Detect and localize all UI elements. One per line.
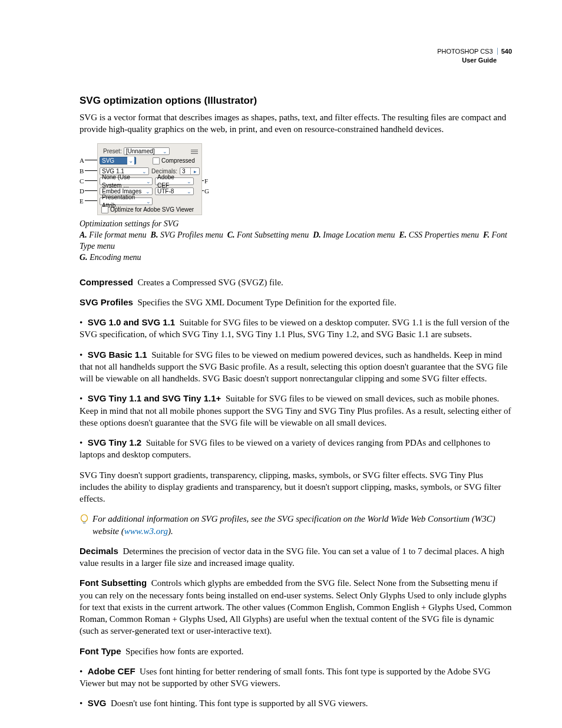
w3c-link[interactable]: www.w3.org — [124, 526, 168, 536]
callout-d: D — [80, 187, 84, 196]
file-format-dropdown[interactable]: SVG⌄ — [100, 157, 136, 164]
stepper-icon: ▸ — [190, 168, 199, 175]
preset-dropdown[interactable]: [Unnamed]⌄ — [124, 147, 170, 155]
callout-a: A — [80, 156, 84, 165]
chevron-down-icon: ⌄ — [186, 178, 192, 185]
font-type-svg: • SVG Doesn't use font hinting. This fon… — [80, 697, 512, 709]
profile-svg10-11: • SVG 1.0 and SVG 1.1 Suitable for SVG f… — [80, 317, 512, 341]
font-subsetting-dropdown[interactable]: None (Use System …⌄ — [100, 177, 153, 185]
svg-point-0 — [81, 515, 88, 522]
chevron-down-icon: ⌄ — [127, 157, 134, 165]
preset-label: Preset: — [103, 147, 122, 156]
checkbox-icon — [153, 157, 160, 164]
def-font-subsetting: Font Subsetting Controls which glyphs ar… — [80, 577, 512, 637]
svg-options-figure: A B C D E F G Preset: [Unnamed]⌄ SVG⌄ — [80, 143, 209, 216]
panel-menu-icon[interactable] — [191, 149, 198, 154]
def-decimals: Decimals Determines the precision of vec… — [80, 545, 512, 569]
page-header: PHOTOSHOP CS3 540 User Guide — [80, 47, 512, 65]
font-type-dropdown[interactable]: Adobe CEF⌄ — [155, 177, 194, 185]
lightbulb-icon — [80, 514, 92, 529]
compressed-checkbox[interactable]: Compressed — [153, 157, 195, 165]
svg-tiny-note: SVG Tiny doesn't support gradients, tran… — [80, 469, 512, 505]
callout-g: G — [204, 187, 209, 196]
doc-title: User Guide — [80, 56, 512, 65]
chevron-down-icon: ⌄ — [146, 178, 151, 185]
profile-svg-tiny-11: • SVG Tiny 1.1 and SVG Tiny 1.1+ Suitabl… — [80, 393, 512, 429]
css-properties-dropdown[interactable]: Presentation Attrib…⌄ — [100, 197, 153, 205]
encoding-dropdown[interactable]: UTF-8⌄ — [155, 187, 194, 195]
def-font-type: Font Type Specifies how fonts are export… — [80, 645, 512, 657]
callout-e: E — [80, 197, 84, 206]
def-compressed: Compressed Creates a Compressed SVG (SVG… — [80, 276, 512, 288]
checkbox-icon — [101, 206, 108, 213]
profile-svg-basic-11: • SVG Basic 1.1 Suitable for SVG files t… — [80, 349, 512, 385]
figure-caption: Optimization settings for SVG A. File fo… — [80, 219, 512, 263]
font-type-adobe-cef: • Adobe CEF Uses font hinting for better… — [80, 666, 512, 690]
callout-f: F — [204, 177, 208, 186]
options-panel: Preset: [Unnamed]⌄ SVG⌄ Compressed — [97, 143, 202, 215]
callout-b: B — [80, 167, 84, 176]
optimize-checkbox[interactable]: Optimize for Adobe SVG Viewer — [101, 206, 194, 214]
section-title: SVG optimization options (Illustrator) — [80, 94, 512, 108]
tip-block: For additional information on SVG profil… — [80, 513, 512, 537]
intro-paragraph: SVG is a vector format that describes im… — [80, 111, 512, 136]
page-number: 540 — [497, 48, 512, 55]
def-svg-profiles: SVG Profiles Specifies the SVG XML Docum… — [80, 297, 512, 308]
chevron-down-icon: ⌄ — [146, 198, 151, 205]
chevron-down-icon: ⌄ — [186, 188, 192, 195]
callout-c: C — [80, 177, 84, 186]
chevron-down-icon: ⌄ — [162, 148, 168, 155]
profile-svg-tiny-12: • SVG Tiny 1.2 Suitable for SVG files to… — [80, 437, 512, 461]
product-name: PHOTOSHOP CS3 — [437, 47, 492, 56]
